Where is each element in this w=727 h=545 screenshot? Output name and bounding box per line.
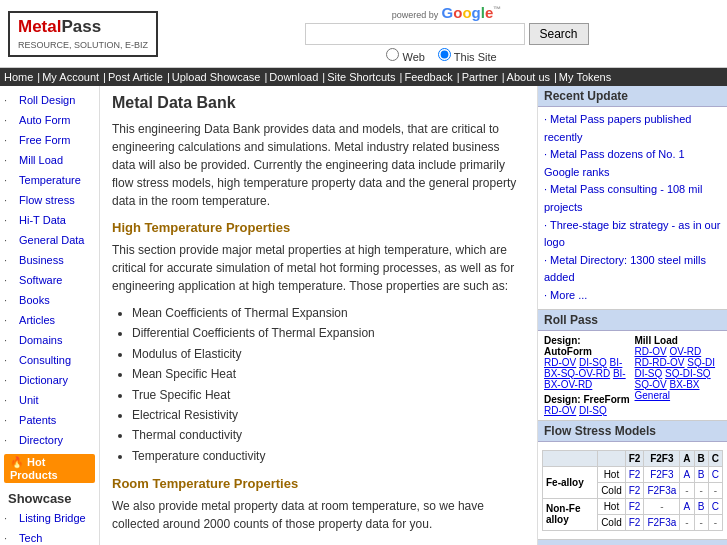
rp-ov-rd[interactable]: OV-RD bbox=[670, 346, 702, 357]
recent-item-3[interactable]: · Metal Pass consulting - 108 mil projec… bbox=[544, 181, 721, 216]
fst-hot-1: Hot bbox=[598, 466, 626, 482]
nav-site-shortcuts[interactable]: Site Shortcuts bbox=[327, 71, 395, 83]
sidebar-item-patents[interactable]: Patents bbox=[0, 410, 99, 430]
rp-di-sq-2[interactable]: DI-SQ bbox=[635, 368, 663, 379]
fst-a-1[interactable]: A bbox=[684, 469, 691, 480]
recent-item-5[interactable]: · Metal Directory: 1300 steel mills adde… bbox=[544, 252, 721, 287]
fst-header-a: A bbox=[680, 450, 694, 466]
radio-site-label[interactable]: This Site bbox=[438, 51, 497, 63]
recent-more-link[interactable]: · More ... bbox=[544, 287, 721, 305]
sidebar-item-roll-design[interactable]: Roll Design bbox=[0, 90, 99, 110]
fst-dash-4: - bbox=[644, 498, 680, 514]
list-item: Mean Coefficients of Thermal Expansion bbox=[132, 303, 525, 323]
nav-partner[interactable]: Partner bbox=[462, 71, 498, 83]
fst-f2-3[interactable]: F2 bbox=[629, 501, 641, 512]
sidebar-item-dictionary[interactable]: Dictionary bbox=[0, 370, 99, 390]
rp-autoform-title: Design: AutoForm bbox=[544, 335, 631, 357]
nav-my-tokens[interactable]: My Tokens bbox=[559, 71, 611, 83]
sidebar-item-temperature[interactable]: Temperature bbox=[0, 170, 99, 190]
sidebar-item-listing-bridge[interactable]: Listing Bridge bbox=[0, 508, 99, 528]
main-content: Metal Data Bank This engineering Data Ba… bbox=[100, 86, 537, 545]
fst-non-fe-alloy: Non-Fe alloy bbox=[543, 498, 598, 530]
nav-my-account[interactable]: My Account bbox=[42, 71, 99, 83]
fst-f2-1[interactable]: F2 bbox=[629, 469, 641, 480]
rp-rd-ov-2[interactable]: RD-OV bbox=[635, 346, 667, 357]
fst-dash-7: - bbox=[708, 514, 722, 530]
search-input-row: Search bbox=[174, 23, 719, 45]
fst-header-f2: F2 bbox=[625, 450, 644, 466]
google-logo: Google™ bbox=[442, 4, 502, 21]
nav-upload-showcase[interactable]: Upload Showcase bbox=[172, 71, 261, 83]
rp-general[interactable]: General bbox=[635, 390, 671, 401]
fst-f2f3a-2[interactable]: F2F3a bbox=[647, 517, 676, 528]
search-button[interactable]: Search bbox=[529, 23, 589, 45]
roll-pass-left-col: Design: AutoForm RD-OV DI-SQ BI-BX-SQ-OV… bbox=[544, 335, 631, 416]
rp-rd-ov-1[interactable]: RD-OV bbox=[544, 357, 576, 368]
list-item: True Specific Heat bbox=[132, 385, 525, 405]
fst-a-2[interactable]: A bbox=[684, 501, 691, 512]
sidebar-item-business[interactable]: Business bbox=[0, 250, 99, 270]
sidebar-item-auto-form[interactable]: Auto Form bbox=[0, 110, 99, 130]
fst-f2f3a-1[interactable]: F2F3a bbox=[647, 485, 676, 496]
radio-web[interactable] bbox=[386, 48, 399, 61]
fst-b-2[interactable]: B bbox=[698, 501, 705, 512]
fst-header-empty2 bbox=[598, 450, 626, 466]
fst-c-2[interactable]: C bbox=[712, 501, 719, 512]
fst-dash-1: - bbox=[680, 482, 694, 498]
rp-bx-bx[interactable]: BX-BX bbox=[670, 379, 700, 390]
rp-rd-rd-ov[interactable]: RD-RD-OV bbox=[635, 357, 685, 368]
sidebar-item-books[interactable]: Books bbox=[0, 290, 99, 310]
fst-b-1[interactable]: B bbox=[698, 469, 705, 480]
list-item: Thermal conductivity bbox=[132, 425, 525, 445]
fst-f2-4[interactable]: F2 bbox=[629, 517, 641, 528]
metal-domains-section: Metal Domains DOMAIN NAMES .com Metal an… bbox=[538, 540, 727, 545]
sidebar-item-flow-stress[interactable]: Flow stress bbox=[0, 190, 99, 210]
sidebar-item-unit[interactable]: Unit bbox=[0, 390, 99, 410]
fst-header-f2f3: F2F3 bbox=[644, 450, 680, 466]
nav-home[interactable]: Home bbox=[4, 71, 33, 83]
nav-post-article[interactable]: Post Article bbox=[108, 71, 163, 83]
recent-item-1[interactable]: · Metal Pass papers published recently bbox=[544, 111, 721, 146]
room-temp-text: We also provide metal property data at r… bbox=[112, 497, 525, 533]
rp-di-sq-1[interactable]: DI-SQ bbox=[579, 357, 607, 368]
sidebar-item-directory[interactable]: Directory bbox=[0, 430, 99, 450]
fst-f2f3-1[interactable]: F2F3 bbox=[650, 469, 673, 480]
fst-header-empty1 bbox=[543, 450, 598, 466]
fst-hot-2: Hot bbox=[598, 498, 626, 514]
rp-sq-di[interactable]: SQ-DI bbox=[687, 357, 715, 368]
fst-dash-6: - bbox=[694, 514, 708, 530]
sidebar-item-mill-load[interactable]: Mill Load bbox=[0, 150, 99, 170]
roll-pass-header: Roll Pass bbox=[538, 310, 727, 331]
navbar: Home| My Account| Post Article| Upload S… bbox=[0, 68, 727, 86]
sidebar-item-articles[interactable]: Articles bbox=[0, 310, 99, 330]
sidebar-item-general-data[interactable]: General Data bbox=[0, 230, 99, 250]
rp-mill-load-title: Mill Load bbox=[635, 335, 722, 346]
nav-about-us[interactable]: About us bbox=[507, 71, 550, 83]
rp-sq-di-sq[interactable]: SQ-DI-SQ bbox=[665, 368, 711, 379]
sidebar-item-hi-t-data[interactable]: Hi-T Data bbox=[0, 210, 99, 230]
nav-feedback[interactable]: Feedback bbox=[404, 71, 452, 83]
flow-stress-section: Flow Stress Models F2 F2F3 A B C Fe-allo… bbox=[538, 421, 727, 540]
fst-f2-2[interactable]: F2 bbox=[629, 485, 641, 496]
flow-stress-models-header: Flow Stress Models bbox=[538, 421, 727, 442]
flow-stress-models-table: F2 F2F3 A B C Fe-alloy Hot F2 F2F3 A B C bbox=[542, 450, 723, 531]
sidebar-item-software[interactable]: Software bbox=[0, 270, 99, 290]
nav-download[interactable]: Download bbox=[269, 71, 318, 83]
sidebar-item-free-form[interactable]: Free Form bbox=[0, 130, 99, 150]
flow-stress-table-container: F2 F2F3 A B C Fe-alloy Hot F2 F2F3 A B C bbox=[538, 442, 727, 539]
rp-sq-ov[interactable]: SQ-OV bbox=[635, 379, 667, 390]
radio-web-label[interactable]: Web bbox=[386, 51, 424, 63]
rp-rd-ov-3[interactable]: RD-OV bbox=[544, 405, 576, 416]
sidebar-item-consulting[interactable]: Consulting bbox=[0, 350, 99, 370]
search-input[interactable] bbox=[305, 23, 525, 45]
fst-cold-2: Cold bbox=[598, 514, 626, 530]
radio-site[interactable] bbox=[438, 48, 451, 61]
rp-freeform-title: Design: FreeForm bbox=[544, 394, 631, 405]
sidebar-item-domains[interactable]: Domains bbox=[0, 330, 99, 350]
recent-item-4[interactable]: · Three-stage biz strategy - as in our l… bbox=[544, 217, 721, 252]
radio-row: Web This Site bbox=[174, 48, 719, 63]
fst-c-1[interactable]: C bbox=[712, 469, 719, 480]
recent-item-2[interactable]: · Metal Pass dozens of No. 1 Google rank… bbox=[544, 146, 721, 181]
rp-di-sq-3[interactable]: DI-SQ bbox=[579, 405, 607, 416]
sidebar-item-tech-products[interactable]: Tech Products bbox=[0, 528, 99, 545]
